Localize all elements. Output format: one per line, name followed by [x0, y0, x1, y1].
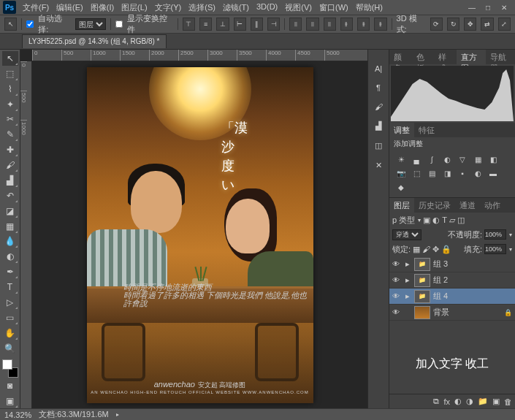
- auto-select-checkbox[interactable]: [26, 20, 34, 28]
- close-icon[interactable]: ✕: [499, 2, 509, 12]
- tab-adjustments[interactable]: 调整: [389, 123, 414, 137]
- menu-3d[interactable]: 3D(D): [254, 1, 280, 15]
- auto-select-target[interactable]: 图层: [75, 18, 106, 30]
- menu-type[interactable]: 文字(Y): [153, 1, 184, 15]
- info-panel-icon[interactable]: ✕: [375, 161, 382, 170]
- new-adjustment-icon[interactable]: ◑: [466, 397, 473, 406]
- swatches-panel-icon[interactable]: ◫: [375, 141, 382, 150]
- screenmode-icon[interactable]: ▣: [2, 394, 18, 408]
- distribute-top-icon[interactable]: ⫴: [289, 18, 302, 31]
- layer-mask-icon[interactable]: ◐: [454, 397, 462, 406]
- delete-layer-icon[interactable]: 🗑: [504, 397, 512, 406]
- tab-actions[interactable]: 动作: [480, 198, 505, 213]
- adj-gradient-map-icon[interactable]: ▬: [487, 168, 499, 178]
- tab-histogram[interactable]: 直方图: [457, 50, 486, 64]
- lasso-tool-icon[interactable]: ⌇: [2, 82, 18, 96]
- layer-name[interactable]: 组 2: [433, 275, 448, 286]
- tab-layers[interactable]: 图层: [389, 198, 414, 213]
- menu-layer[interactable]: 图层(L): [119, 1, 149, 15]
- menu-image[interactable]: 图像(I): [88, 1, 116, 15]
- move-tool-icon[interactable]: ↖: [2, 51, 18, 66]
- healing-tool-icon[interactable]: ✚: [2, 142, 18, 157]
- tab-history[interactable]: 历史记录: [414, 198, 455, 213]
- align-top-icon[interactable]: ⊤: [183, 18, 195, 31]
- minimize-icon[interactable]: —: [467, 2, 477, 12]
- layer-name[interactable]: 组 4: [433, 291, 448, 302]
- tab-channels[interactable]: 通道: [455, 198, 480, 213]
- tab-swatches[interactable]: 色板: [412, 50, 435, 64]
- zoom-level[interactable]: 14.32%: [4, 411, 31, 419]
- align-bottom-icon[interactable]: ⊥: [216, 18, 229, 31]
- align-right-icon[interactable]: ⊣: [267, 18, 280, 31]
- layer-row[interactable]: 👁 ▸ 📁 组 3: [389, 256, 515, 272]
- layer-row[interactable]: 👁 ▸ 📁 组 4: [389, 289, 515, 305]
- tab-color[interactable]: 颜色: [389, 50, 412, 64]
- menu-edit[interactable]: 编辑(E): [54, 1, 85, 15]
- adj-channel-mixer-icon[interactable]: ⬚: [411, 168, 422, 178]
- adj-posterize-icon[interactable]: ▪: [457, 168, 468, 178]
- path-tool-icon[interactable]: ▷: [2, 295, 18, 310]
- adj-vibrance-icon[interactable]: ▽: [457, 154, 468, 164]
- blend-mode-select[interactable]: 穿透: [392, 229, 421, 240]
- filter-adj-icon[interactable]: ◐: [432, 215, 440, 225]
- magic-wand-tool-icon[interactable]: ✦: [2, 97, 18, 112]
- filter-pixel-icon[interactable]: ▣: [423, 215, 430, 225]
- adj-photo-filter-icon[interactable]: 📷: [395, 168, 407, 178]
- opacity-input[interactable]: [484, 229, 506, 240]
- lock-position-icon[interactable]: ✥: [432, 245, 439, 254]
- move-tool-preset-icon[interactable]: ↖: [4, 18, 17, 31]
- visibility-icon[interactable]: 👁: [392, 276, 403, 284]
- transform-controls-checkbox[interactable]: [115, 20, 123, 28]
- brush-panel-icon[interactable]: 🖌: [375, 102, 383, 111]
- 3d-orbit-icon[interactable]: ⟳: [430, 18, 443, 31]
- quickmask-icon[interactable]: ◙: [2, 378, 18, 393]
- history-brush-tool-icon[interactable]: ↶: [2, 188, 18, 203]
- distribute-hcenter-icon[interactable]: ⫵: [357, 18, 370, 31]
- layer-name[interactable]: 组 3: [433, 259, 448, 270]
- 3d-scale-icon[interactable]: ⤢: [498, 18, 511, 31]
- marquee-tool-icon[interactable]: ⬚: [2, 66, 18, 81]
- align-left-icon[interactable]: ⊢: [234, 18, 246, 31]
- distribute-vcenter-icon[interactable]: ⫴: [306, 18, 318, 31]
- type-tool-icon[interactable]: T: [2, 280, 18, 294]
- doc-size[interactable]: 文档:63.3M/191.6M: [39, 409, 108, 420]
- gradient-tool-icon[interactable]: ▦: [2, 219, 18, 234]
- character-panel-icon[interactable]: A|: [375, 64, 382, 73]
- adj-threshold-icon[interactable]: ◐: [472, 168, 484, 178]
- document-artwork[interactable]: 「漠 沙 度 い 時間是不停地流逝的東西時間看過了許多的相遇 下個時光是我們 他…: [87, 67, 313, 403]
- fill-input[interactable]: [484, 244, 506, 254]
- tab-navigator[interactable]: 导航器: [486, 50, 515, 64]
- distribute-left-icon[interactable]: ⫵: [340, 18, 353, 31]
- color-swatch[interactable]: [2, 359, 18, 378]
- layer-row[interactable]: 👁 背景 🔒: [389, 305, 515, 321]
- canvas[interactable]: 0500100015002000250030003500400045005000…: [20, 50, 367, 408]
- dodge-tool-icon[interactable]: ◐: [2, 249, 18, 264]
- layer-fx-icon[interactable]: fx: [443, 397, 450, 406]
- layer-row[interactable]: 👁 ▸ 📁 组 2: [389, 272, 515, 289]
- document-tab[interactable]: LY3H5225.psd @ 14.3% (组 4, RGB/8) *: [22, 34, 167, 48]
- 3d-slide-icon[interactable]: ⇄: [481, 18, 493, 31]
- clone-panel-icon[interactable]: ▟: [375, 121, 381, 131]
- crop-tool-icon[interactable]: ✂: [2, 112, 18, 127]
- new-layer-icon[interactable]: ▣: [492, 397, 500, 406]
- maximize-icon[interactable]: □: [483, 2, 493, 12]
- adj-invert-icon[interactable]: ◨: [441, 168, 453, 178]
- stamp-tool-icon[interactable]: ▟: [2, 173, 18, 188]
- menu-window[interactable]: 窗口(W): [317, 1, 351, 15]
- filter-shape-icon[interactable]: ▱: [449, 215, 455, 225]
- lock-pixels-icon[interactable]: 🖌: [422, 245, 430, 253]
- visibility-icon[interactable]: 👁: [392, 292, 403, 300]
- adj-hue-icon[interactable]: ▦: [472, 154, 484, 164]
- adj-bw-icon[interactable]: ◧: [487, 154, 499, 164]
- menu-filter[interactable]: 滤镜(T): [221, 1, 251, 15]
- menu-select[interactable]: 选择(S): [186, 1, 218, 15]
- layer-name[interactable]: 背景: [433, 307, 449, 318]
- tab-properties[interactable]: 特征: [414, 123, 439, 137]
- align-vcenter-icon[interactable]: ≡: [199, 18, 212, 31]
- paragraph-panel-icon[interactable]: ¶: [376, 83, 381, 92]
- distribute-bottom-icon[interactable]: ⫴: [324, 18, 336, 31]
- blur-tool-icon[interactable]: 💧: [2, 234, 18, 249]
- menu-file[interactable]: 文件(F): [20, 1, 51, 15]
- link-layers-icon[interactable]: ⧉: [433, 397, 439, 406]
- hand-tool-icon[interactable]: ✋: [2, 326, 18, 340]
